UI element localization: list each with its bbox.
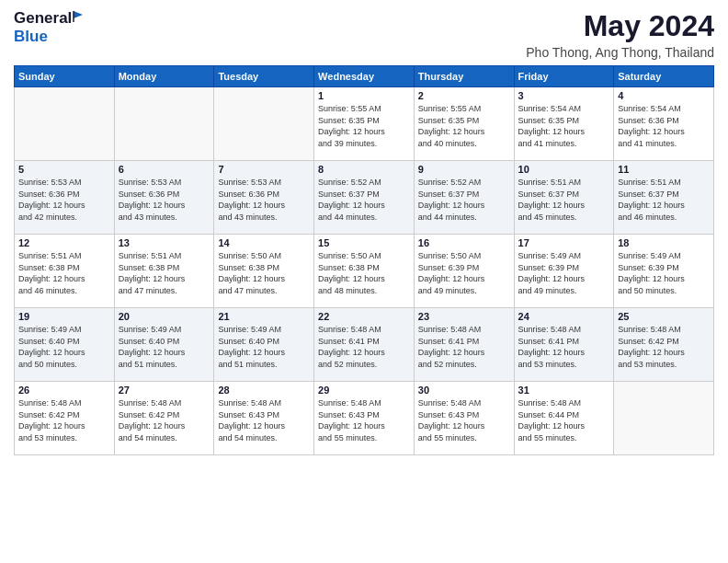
calendar-cell: 7Sunrise: 5:53 AM Sunset: 6:36 PM Daylig…: [214, 161, 314, 235]
calendar-cell: 28Sunrise: 5:48 AM Sunset: 6:43 PM Dayli…: [214, 382, 314, 455]
day-info: Sunrise: 5:53 AM Sunset: 6:36 PM Dayligh…: [218, 177, 310, 223]
calendar-cell: 22Sunrise: 5:48 AM Sunset: 6:41 PM Dayli…: [314, 308, 415, 382]
calendar-cell: 11Sunrise: 5:51 AM Sunset: 6:37 PM Dayli…: [614, 161, 714, 235]
day-info: Sunrise: 5:49 AM Sunset: 6:39 PM Dayligh…: [518, 250, 610, 296]
calendar-cell: [114, 87, 214, 161]
calendar-cell: 13Sunrise: 5:51 AM Sunset: 6:38 PM Dayli…: [114, 235, 214, 308]
day-info: Sunrise: 5:52 AM Sunset: 6:37 PM Dayligh…: [418, 177, 510, 223]
calendar-cell: 23Sunrise: 5:48 AM Sunset: 6:41 PM Dayli…: [414, 308, 514, 382]
day-info: Sunrise: 5:54 AM Sunset: 6:36 PM Dayligh…: [618, 103, 710, 149]
day-info: Sunrise: 5:48 AM Sunset: 6:42 PM Dayligh…: [18, 397, 110, 443]
calendar-week-3: 12Sunrise: 5:51 AM Sunset: 6:38 PM Dayli…: [15, 235, 714, 308]
subtitle: Pho Thong, Ang Thong, Thailand: [526, 45, 714, 60]
day-number: 19: [18, 311, 110, 322]
calendar-cell: 4Sunrise: 5:54 AM Sunset: 6:36 PM Daylig…: [614, 87, 714, 161]
day-number: 16: [418, 237, 510, 248]
calendar-header-friday: Friday: [514, 66, 614, 87]
day-info: Sunrise: 5:48 AM Sunset: 6:44 PM Dayligh…: [518, 397, 610, 443]
day-number: 1: [318, 90, 410, 101]
day-info: Sunrise: 5:51 AM Sunset: 6:38 PM Dayligh…: [119, 250, 210, 296]
page: General Blue May 2024 Pho Thong, Ang Tho…: [0, 0, 728, 563]
calendar-cell: 9Sunrise: 5:52 AM Sunset: 6:37 PM Daylig…: [414, 161, 514, 235]
day-info: Sunrise: 5:48 AM Sunset: 6:42 PM Dayligh…: [119, 397, 210, 443]
calendar-cell: 3Sunrise: 5:54 AM Sunset: 6:35 PM Daylig…: [514, 87, 614, 161]
header: General Blue May 2024 Pho Thong, Ang Tho…: [14, 9, 714, 60]
calendar-cell: 31Sunrise: 5:48 AM Sunset: 6:44 PM Dayli…: [514, 382, 614, 455]
calendar-cell: 20Sunrise: 5:49 AM Sunset: 6:40 PM Dayli…: [114, 308, 214, 382]
calendar-cell: 8Sunrise: 5:52 AM Sunset: 6:37 PM Daylig…: [314, 161, 415, 235]
day-number: 28: [218, 385, 310, 396]
main-title: May 2024: [526, 9, 714, 43]
calendar-cell: 17Sunrise: 5:49 AM Sunset: 6:39 PM Dayli…: [514, 235, 614, 308]
calendar-header-row: SundayMondayTuesdayWednesdayThursdayFrid…: [15, 66, 714, 87]
day-number: 10: [518, 164, 610, 175]
calendar-cell: 24Sunrise: 5:48 AM Sunset: 6:41 PM Dayli…: [514, 308, 614, 382]
day-number: 13: [119, 237, 210, 248]
calendar-week-4: 19Sunrise: 5:49 AM Sunset: 6:40 PM Dayli…: [15, 308, 714, 382]
calendar-cell: [614, 382, 714, 455]
day-number: 3: [518, 90, 610, 101]
day-info: Sunrise: 5:55 AM Sunset: 6:35 PM Dayligh…: [318, 103, 410, 149]
day-number: 20: [119, 311, 210, 322]
calendar-cell: 26Sunrise: 5:48 AM Sunset: 6:42 PM Dayli…: [15, 382, 115, 455]
calendar-cell: [15, 87, 115, 161]
calendar-table: SundayMondayTuesdayWednesdayThursdayFrid…: [14, 65, 714, 455]
day-info: Sunrise: 5:54 AM Sunset: 6:35 PM Dayligh…: [518, 103, 610, 149]
day-number: 30: [418, 385, 510, 396]
calendar-cell: 30Sunrise: 5:48 AM Sunset: 6:43 PM Dayli…: [414, 382, 514, 455]
day-info: Sunrise: 5:48 AM Sunset: 6:41 PM Dayligh…: [318, 324, 410, 370]
calendar-cell: 14Sunrise: 5:50 AM Sunset: 6:38 PM Dayli…: [214, 235, 314, 308]
calendar-cell: 16Sunrise: 5:50 AM Sunset: 6:39 PM Dayli…: [414, 235, 514, 308]
day-info: Sunrise: 5:51 AM Sunset: 6:37 PM Dayligh…: [618, 177, 710, 223]
calendar-cell: 12Sunrise: 5:51 AM Sunset: 6:38 PM Dayli…: [15, 235, 115, 308]
day-info: Sunrise: 5:52 AM Sunset: 6:37 PM Dayligh…: [318, 177, 410, 223]
svg-marker-0: [74, 11, 83, 18]
calendar-cell: 5Sunrise: 5:53 AM Sunset: 6:36 PM Daylig…: [15, 161, 115, 235]
calendar-week-5: 26Sunrise: 5:48 AM Sunset: 6:42 PM Dayli…: [15, 382, 714, 455]
calendar-header-wednesday: Wednesday: [314, 66, 415, 87]
title-area: May 2024 Pho Thong, Ang Thong, Thailand: [526, 9, 714, 60]
day-info: Sunrise: 5:49 AM Sunset: 6:40 PM Dayligh…: [18, 324, 110, 370]
day-info: Sunrise: 5:48 AM Sunset: 6:43 PM Dayligh…: [218, 397, 310, 443]
day-info: Sunrise: 5:50 AM Sunset: 6:39 PM Dayligh…: [418, 250, 510, 296]
day-info: Sunrise: 5:48 AM Sunset: 6:43 PM Dayligh…: [318, 397, 410, 443]
day-number: 11: [618, 164, 710, 175]
calendar-header-saturday: Saturday: [614, 66, 714, 87]
logo-general: General: [14, 9, 72, 28]
calendar-cell: 29Sunrise: 5:48 AM Sunset: 6:43 PM Dayli…: [314, 382, 415, 455]
calendar-header-thursday: Thursday: [414, 66, 514, 87]
day-number: 18: [618, 237, 710, 248]
day-number: 25: [618, 311, 710, 322]
day-number: 17: [518, 237, 610, 248]
day-number: 2: [418, 90, 510, 101]
calendar-cell: 6Sunrise: 5:53 AM Sunset: 6:36 PM Daylig…: [114, 161, 214, 235]
day-info: Sunrise: 5:55 AM Sunset: 6:35 PM Dayligh…: [418, 103, 510, 149]
day-number: 8: [318, 164, 410, 175]
calendar-cell: 18Sunrise: 5:49 AM Sunset: 6:39 PM Dayli…: [614, 235, 714, 308]
calendar-cell: 21Sunrise: 5:49 AM Sunset: 6:40 PM Dayli…: [214, 308, 314, 382]
calendar-cell: [214, 87, 314, 161]
day-number: 21: [218, 311, 310, 322]
calendar-cell: 25Sunrise: 5:48 AM Sunset: 6:42 PM Dayli…: [614, 308, 714, 382]
day-number: 27: [119, 385, 210, 396]
day-number: 24: [518, 311, 610, 322]
day-number: 4: [618, 90, 710, 101]
calendar-header-monday: Monday: [114, 66, 214, 87]
calendar-cell: 27Sunrise: 5:48 AM Sunset: 6:42 PM Dayli…: [114, 382, 214, 455]
calendar-cell: 2Sunrise: 5:55 AM Sunset: 6:35 PM Daylig…: [414, 87, 514, 161]
calendar-week-1: 1Sunrise: 5:55 AM Sunset: 6:35 PM Daylig…: [15, 87, 714, 161]
calendar-cell: 19Sunrise: 5:49 AM Sunset: 6:40 PM Dayli…: [15, 308, 115, 382]
day-info: Sunrise: 5:48 AM Sunset: 6:43 PM Dayligh…: [418, 397, 510, 443]
day-number: 31: [518, 385, 610, 396]
calendar-week-2: 5Sunrise: 5:53 AM Sunset: 6:36 PM Daylig…: [15, 161, 714, 235]
day-number: 15: [318, 237, 410, 248]
calendar-header-sunday: Sunday: [15, 66, 115, 87]
day-info: Sunrise: 5:48 AM Sunset: 6:42 PM Dayligh…: [618, 324, 710, 370]
day-info: Sunrise: 5:49 AM Sunset: 6:40 PM Dayligh…: [119, 324, 210, 370]
calendar-header-tuesday: Tuesday: [214, 66, 314, 87]
day-info: Sunrise: 5:48 AM Sunset: 6:41 PM Dayligh…: [518, 324, 610, 370]
logo-blue: Blue: [14, 28, 48, 45]
day-number: 29: [318, 385, 410, 396]
day-info: Sunrise: 5:51 AM Sunset: 6:37 PM Dayligh…: [518, 177, 610, 223]
day-number: 14: [218, 237, 310, 248]
